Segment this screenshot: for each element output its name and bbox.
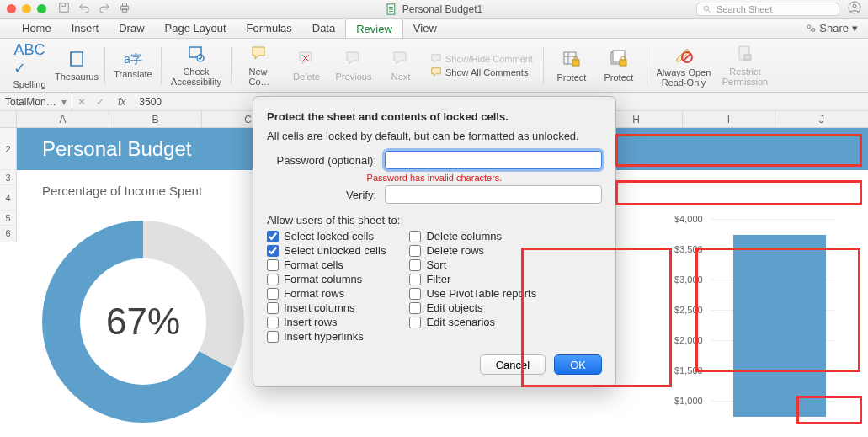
perm-right-0[interactable]: Delete columns — [409, 230, 536, 242]
perm-right-3[interactable]: Filter — [409, 273, 536, 285]
minimize-window-button[interactable] — [22, 4, 31, 13]
perm-left-checkbox-4[interactable] — [267, 288, 279, 300]
close-window-button[interactable] — [7, 4, 16, 13]
password-label: Password (optional): — [267, 154, 376, 167]
perm-left-checkbox-5[interactable] — [267, 302, 279, 314]
readonly-label: Always Open Read-Only — [657, 67, 711, 88]
protect-workbook-button[interactable]: Protect — [596, 42, 642, 89]
perm-right-checkbox-4[interactable] — [409, 288, 421, 300]
tick-3500: $3,500 — [674, 244, 706, 254]
accessibility-icon — [187, 45, 205, 65]
show-all-comments-button[interactable]: Show All Comments — [430, 67, 533, 78]
zoom-window-button[interactable] — [37, 4, 46, 13]
confirm-formula-icon[interactable]: ✓ — [91, 96, 109, 108]
perm-left-checkbox-6[interactable] — [267, 317, 279, 328]
perm-right-checkbox-0[interactable] — [409, 231, 421, 242]
row-6[interactable]: 6 — [0, 226, 17, 242]
perm-right-checkbox-3[interactable] — [409, 274, 421, 285]
tab-draw[interactable]: Draw — [109, 19, 154, 38]
col-I[interactable]: I — [683, 111, 775, 127]
row-4[interactable]: 4 — [0, 185, 17, 211]
undo-icon[interactable] — [78, 2, 90, 16]
tab-review[interactable]: Review — [345, 19, 403, 38]
ok-button[interactable]: OK — [554, 354, 602, 375]
perm-left-checkbox-3[interactable] — [267, 274, 279, 285]
perm-left-checkbox-1[interactable] — [267, 245, 279, 257]
bar-series-1 — [733, 235, 826, 417]
row-2[interactable]: 2 — [0, 128, 17, 170]
perm-left-checkbox-2[interactable] — [267, 259, 279, 271]
perm-right-checkbox-2[interactable] — [409, 259, 421, 271]
row-5[interactable]: 5 — [0, 211, 17, 226]
thesaurus-button[interactable]: Thesaurus — [54, 42, 99, 89]
protect-sheet-button[interactable]: Protect — [549, 42, 594, 89]
col-B[interactable]: B — [109, 111, 202, 127]
perm-right-checkbox-1[interactable] — [409, 245, 421, 257]
perm-left-7[interactable]: Insert hyperlinks — [267, 330, 386, 343]
tab-insert[interactable]: Insert — [61, 19, 109, 38]
perm-left-label-6: Insert rows — [284, 316, 338, 328]
check-accessibility-button[interactable]: Check Accessibility — [167, 42, 226, 89]
perm-left-0[interactable]: Select locked cells — [267, 230, 386, 242]
new-comment-label: New Co… — [248, 67, 269, 87]
translate-button[interactable]: a字Translate — [110, 42, 156, 89]
perm-left-checkbox-0[interactable] — [267, 231, 279, 242]
formula-value[interactable]: 3500 — [134, 96, 162, 108]
redo-icon[interactable] — [99, 2, 110, 16]
share-button[interactable]: Share ▾ — [796, 19, 868, 38]
protect-sheet-label: Protect — [557, 72, 587, 83]
user-account-icon[interactable] — [848, 1, 861, 17]
svg-point-8 — [853, 4, 856, 8]
cancel-formula-icon[interactable]: ✕ — [72, 96, 91, 108]
perm-left-3[interactable]: Format columns — [267, 273, 386, 285]
cancel-button[interactable]: Cancel — [480, 354, 546, 375]
svg-rect-11 — [71, 52, 83, 66]
col-J[interactable]: J — [775, 111, 868, 127]
search-sheet-input[interactable]: Search Sheet — [696, 3, 839, 16]
perm-right-checkbox-6[interactable] — [409, 317, 421, 328]
perm-right-1[interactable]: Delete rows — [409, 244, 536, 257]
perm-left-5[interactable]: Insert columns — [267, 301, 386, 314]
svg-rect-21 — [744, 55, 751, 60]
new-comment-button[interactable]: New Co… — [237, 42, 282, 89]
save-icon[interactable] — [58, 2, 70, 16]
tab-data[interactable]: Data — [302, 19, 345, 38]
perm-left-label-3: Format columns — [284, 273, 362, 285]
tab-formulas[interactable]: Formulas — [237, 19, 302, 38]
restrict-permission-button: Restrict Permission — [716, 42, 774, 89]
perm-right-5[interactable]: Edit objects — [409, 301, 536, 314]
print-icon[interactable] — [119, 2, 130, 16]
select-all-corner[interactable] — [0, 111, 17, 127]
verify-input[interactable] — [385, 185, 602, 204]
tab-page-layout[interactable]: Page Layout — [155, 19, 237, 38]
always-open-readonly-button[interactable]: Always Open Read-Only — [652, 42, 715, 89]
perm-right-label-2: Sort — [426, 258, 446, 271]
tab-home[interactable]: Home — [12, 19, 61, 38]
spelling-button[interactable]: ABC✓Spelling — [7, 42, 52, 89]
chevron-down-icon: ▾ — [852, 22, 858, 35]
perm-left-2[interactable]: Format cells — [267, 258, 386, 271]
fx-button[interactable]: fx — [109, 96, 134, 108]
svg-point-6 — [704, 6, 709, 11]
name-box[interactable]: TotalMon…▾ — [0, 93, 72, 110]
row-3[interactable]: 3 — [0, 170, 17, 185]
perm-left-label-5: Insert columns — [284, 301, 355, 314]
perm-right-label-1: Delete rows — [426, 244, 484, 257]
perm-left-1[interactable]: Select unlocked cells — [267, 244, 386, 257]
svg-point-9 — [807, 24, 811, 28]
perm-left-checkbox-7[interactable] — [267, 331, 279, 343]
perm-right-2[interactable]: Sort — [409, 258, 536, 271]
donut-chart: 67% — [42, 221, 244, 423]
tab-view[interactable]: View — [403, 19, 447, 38]
perm-right-checkbox-5[interactable] — [409, 302, 421, 314]
perm-left-6[interactable]: Insert rows — [267, 316, 386, 328]
chevron-down-icon: ▾ — [61, 96, 67, 108]
next-label: Next — [391, 72, 411, 82]
new-comment-icon — [250, 45, 269, 65]
password-input[interactable] — [385, 151, 602, 169]
perm-right-6[interactable]: Edit scenarios — [409, 316, 536, 328]
perm-right-4[interactable]: Use PivotTable reports — [409, 287, 536, 300]
col-A[interactable]: A — [17, 111, 109, 127]
perm-left-4[interactable]: Format rows — [267, 287, 386, 300]
tick-4000: $4,000 — [674, 214, 706, 224]
